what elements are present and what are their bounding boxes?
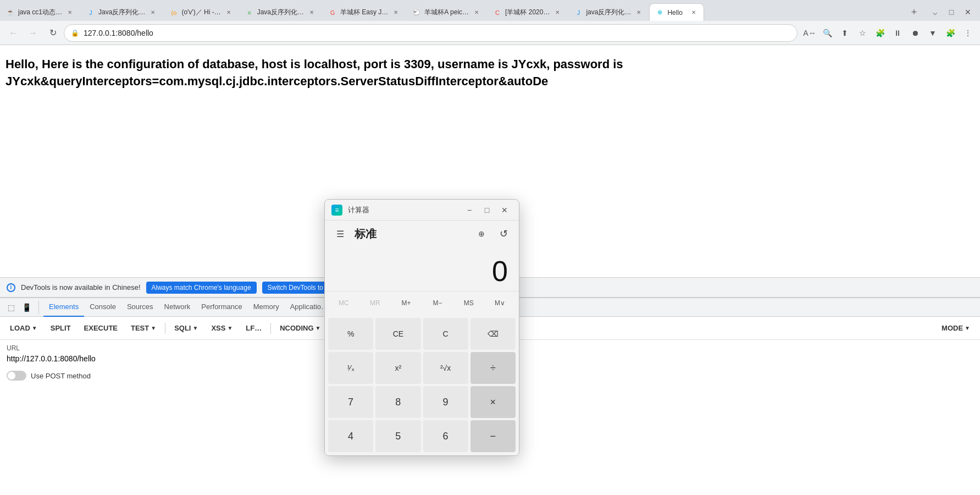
calc-header: ☰ 标准 ⊕ ↺ bbox=[325, 221, 519, 247]
calc-multiply-button[interactable]: × bbox=[470, 386, 516, 418]
browser-tab-tab1[interactable]: ☕java cc1动态…✕ bbox=[0, 3, 80, 21]
devtools-tab-sources[interactable]: Sources bbox=[121, 298, 159, 317]
calc-mc-button[interactable]: MC bbox=[328, 294, 359, 312]
tab-title: 羊城杯 Easy J… bbox=[340, 8, 388, 17]
calc-ce-button[interactable]: CE bbox=[375, 318, 420, 350]
browser-content: Hello, Here is the configuration of data… bbox=[0, 45, 980, 495]
tab-close-button[interactable]: ✕ bbox=[307, 8, 316, 17]
browser-tab-tab9[interactable]: ⊕Hello✕ bbox=[649, 3, 704, 21]
browser-tab-tab5[interactable]: G羊城杯 Easy J…✕ bbox=[322, 3, 406, 21]
xss-arrow: ▼ bbox=[227, 325, 232, 331]
calc-4-button[interactable]: 4 bbox=[328, 420, 373, 452]
calc-divide-button[interactable]: ÷ bbox=[470, 352, 516, 384]
page-text: Hello, Here is the configuration of data… bbox=[5, 57, 623, 88]
test-button[interactable]: TEST ▼ bbox=[125, 322, 162, 334]
devtools-tab-memory[interactable]: Memory bbox=[248, 298, 285, 317]
calc-mminus-button[interactable]: M− bbox=[422, 294, 453, 312]
device-icon[interactable]: 📱 bbox=[20, 301, 33, 314]
tab-close-button[interactable]: ✕ bbox=[634, 8, 643, 17]
restore-button[interactable]: □ bbox=[944, 4, 959, 20]
browser-tab-tab3[interactable]: (o(o'v')／ Hi -…✕ bbox=[163, 3, 239, 21]
menu-button[interactable]: ⋮ bbox=[960, 25, 976, 41]
extension-icon[interactable]: 🧩 bbox=[872, 25, 888, 41]
zoom-icon[interactable]: 🔍 bbox=[820, 25, 835, 41]
pause-icon[interactable]: ⏸ bbox=[890, 25, 905, 41]
calc-9-button[interactable]: 9 bbox=[423, 386, 468, 418]
calc-7-button[interactable]: 7 bbox=[328, 386, 373, 418]
sqli-button[interactable]: SQLI ▼ bbox=[169, 322, 203, 334]
tab-favicon: (o bbox=[169, 8, 178, 17]
calc-ms-button[interactable]: MS bbox=[453, 294, 484, 312]
translate-icon[interactable]: A↔ bbox=[802, 25, 817, 41]
minimize-button[interactable]: ⌵ bbox=[927, 4, 943, 20]
browser-tab-tab7[interactable]: C[羊城杯 2020…✕ bbox=[487, 3, 568, 21]
xss-button[interactable]: XSS ▼ bbox=[206, 322, 238, 334]
tab-close-button[interactable]: ✕ bbox=[553, 8, 562, 17]
execute-button[interactable]: EXECUTE bbox=[79, 322, 123, 334]
devtools-tab-elements[interactable]: Elements bbox=[43, 298, 84, 317]
calc-c-button[interactable]: C bbox=[423, 318, 468, 350]
tab-close-button[interactable]: ✕ bbox=[472, 8, 481, 17]
tab-favicon: J bbox=[86, 8, 95, 17]
lf-button[interactable]: LF… bbox=[240, 322, 267, 334]
address-text: 127.0.0.1:8080/hello bbox=[84, 29, 790, 37]
tab-close-button[interactable]: ✕ bbox=[65, 8, 74, 17]
devtools-tab-network[interactable]: Network bbox=[159, 298, 196, 317]
mode-button[interactable]: MODE ▼ bbox=[936, 322, 976, 334]
use-post-toggle[interactable] bbox=[7, 371, 26, 381]
devtools-tab-console[interactable]: Console bbox=[84, 298, 121, 317]
calc-5-button[interactable]: 5 bbox=[375, 420, 420, 452]
new-tab-button[interactable]: + bbox=[905, 3, 923, 21]
tab-close-button[interactable]: ✕ bbox=[391, 8, 400, 17]
split-button[interactable]: SPLIT bbox=[45, 322, 76, 334]
puzzle-icon[interactable]: 🧩 bbox=[943, 25, 958, 41]
forward-button[interactable]: → bbox=[24, 24, 42, 42]
address-bar[interactable]: 🔒 127.0.0.1:8080/hello bbox=[64, 24, 798, 42]
encoding-button[interactable]: NCODING ▼ bbox=[274, 322, 326, 334]
match-language-button[interactable]: Always match Chrome's language bbox=[146, 282, 257, 294]
tab-close-button[interactable]: ✕ bbox=[224, 8, 233, 17]
mode-arrow: ▼ bbox=[965, 325, 970, 331]
tab-title: java反序列化… bbox=[586, 8, 631, 17]
devtools-tab-performance[interactable]: Performance bbox=[196, 298, 247, 317]
calc-history-button[interactable]: ↺ bbox=[495, 225, 512, 243]
tab-close-button[interactable]: ✕ bbox=[689, 8, 698, 17]
calc-8-button[interactable]: 8 bbox=[375, 386, 420, 418]
calc-close-button[interactable]: ✕ bbox=[497, 202, 512, 218]
calc-minus-button[interactable]: − bbox=[470, 420, 516, 452]
reload-button[interactable]: ↻ bbox=[44, 24, 62, 42]
calc-maximize-button[interactable]: □ bbox=[479, 202, 495, 218]
close-browser-button[interactable]: ✕ bbox=[960, 4, 976, 20]
page-content: Hello, Here is the configuration of data… bbox=[0, 45, 980, 96]
down-icon[interactable]: ▼ bbox=[925, 25, 940, 41]
calc-sqrt-button[interactable]: ²√x bbox=[423, 352, 468, 384]
use-post-label: Use POST method bbox=[31, 372, 91, 380]
browser-tab-tab8[interactable]: Jjava反序列化…✕ bbox=[568, 3, 649, 21]
browser-tab-tab6[interactable]: 🐑羊城杯A peic…✕ bbox=[406, 3, 487, 21]
calc-6-button[interactable]: 6 bbox=[423, 420, 468, 452]
bookmark-icon[interactable]: ☆ bbox=[855, 25, 870, 41]
load-button[interactable]: LOAD ▼ bbox=[4, 322, 43, 334]
inspect-icon[interactable]: ⬚ bbox=[4, 301, 18, 314]
calc-square-button[interactable]: x² bbox=[375, 352, 420, 384]
tab-close-button[interactable]: ✕ bbox=[148, 8, 157, 17]
calc-mr-button[interactable]: MR bbox=[359, 294, 391, 312]
calc-percent-button[interactable]: % bbox=[328, 318, 373, 350]
calc-minimize-button[interactable]: − bbox=[462, 202, 477, 218]
browser-chrome: ☕java cc1动态…✕JJava反序列化…✕(o(o'v')／ Hi -…✕… bbox=[0, 0, 980, 495]
calc-mode-icon[interactable]: ⊕ bbox=[474, 226, 489, 241]
browser-tab-tab4[interactable]: ≡Java反序列化…✕ bbox=[239, 3, 322, 21]
calc-menu-icon[interactable]: ☰ bbox=[331, 225, 349, 243]
browser-tab-tab2[interactable]: JJava反序列化…✕ bbox=[80, 3, 163, 21]
calc-mplus-button[interactable]: M+ bbox=[391, 294, 422, 312]
back-button[interactable]: ← bbox=[4, 24, 22, 42]
tab-title: Hello bbox=[667, 9, 686, 16]
share-icon[interactable]: ⬆ bbox=[837, 25, 852, 41]
record-icon[interactable]: ⏺ bbox=[907, 25, 923, 41]
encoding-arrow: ▼ bbox=[315, 325, 321, 331]
load-arrow: ▼ bbox=[32, 325, 37, 331]
calc-backspace-button[interactable]: ⌫ bbox=[470, 318, 516, 350]
calc-mv-button[interactable]: M∨ bbox=[484, 294, 516, 312]
calc-reciprocal-button[interactable]: ¹⁄ₓ bbox=[328, 352, 373, 384]
calc-titlebar: ≡ 计算器 − □ ✕ bbox=[325, 200, 519, 221]
